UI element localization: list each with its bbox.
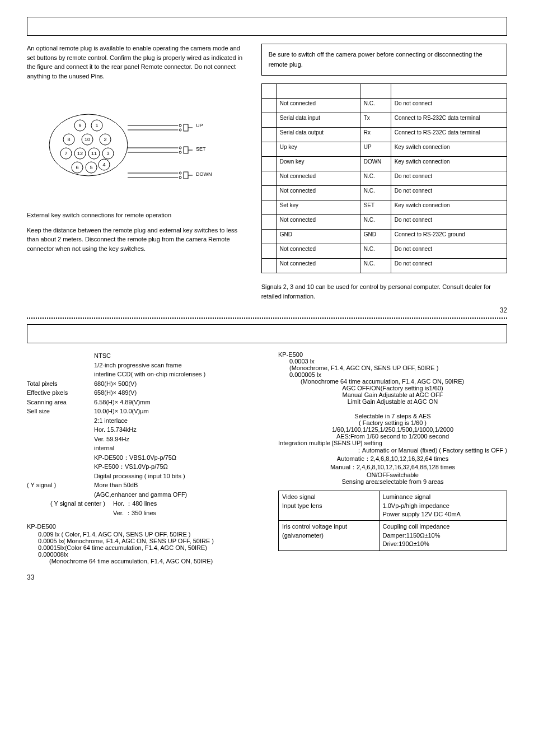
spec-sync: internal [94,444,267,453]
switch-down-text: DOWN [196,171,212,177]
svg-text:12: 12 [77,151,83,156]
pin-cell-no [261,171,276,186]
spec-hor: Hor. 15.734kHz [94,425,267,435]
spec-r2: 0.000005 lx [278,371,507,378]
pin-cell-func: Not connected [276,186,360,200]
spec-sa-l: Scanning area [27,398,94,407]
spec-res-v: Ver. ：350 lines [105,508,267,518]
pin-cell-rem: Do not connect [391,244,507,259]
svg-point-32 [179,129,181,131]
pin-cell-func: Not connected [276,259,360,273]
pin-cell-func: Set key [276,200,360,215]
spec-r1b: (Monochrome, F1.4, AGC ON, SENS UP OFF, … [278,365,507,371]
pin-cell-rem: Key switch connection [391,200,507,215]
lens-r2c1b: (galvanometer) [282,531,376,540]
svg-text:7: 7 [64,151,67,156]
pin-cell-no [261,157,276,171]
spec-res-l: ( Y signal at center ) [27,499,105,508]
switch-set-text: SET [196,146,206,152]
spec-su1: ：Automatic or Manual (fixed) ( Factory s… [278,446,507,455]
pin-cell-rem: Connect to RS-232C data terminal [391,128,507,142]
spec-kpe: KP-E500 [278,351,507,358]
spec-tp-v: 680(H)× 500(V) [94,379,267,389]
pin-cell-sym: N.C. [360,215,391,230]
pin-cell-rem: Key switch connection [391,142,507,157]
spec-blc2: Sensing area:selectable from 9 areas [278,478,507,485]
pin-cell-no [261,99,276,113]
pin-cell-rem: Connect to RS-232C ground [391,230,507,244]
pin-cell-no [261,186,276,200]
pin-row: GNDGNDConnect to RS-232C ground [261,230,507,244]
pin-cell-rem: Do not connect [391,215,507,230]
svg-text:3: 3 [106,151,109,156]
ext-key-para: Keep the distance between the remote plu… [27,226,248,254]
pin-row: Serial data inputTxConnect to RS-232C da… [261,113,507,128]
lens-r2c2b: Damper:1150Ω±10% [383,531,503,540]
pin-cell-func: Serial data output [276,128,360,142]
spec-ep-l: Effective pixels [27,388,94,398]
ext-key-title: External key switch connections for remo… [27,211,248,220]
pin-table: Not connectedN.C.Do not connectSerial da… [261,83,507,273]
lens-r1c2a: Luminance signal [383,493,503,501]
pin-cell-rem: Do not connect [391,99,507,113]
svg-text:2: 2 [104,137,106,142]
pin-row: Not connectedN.C.Do not connect [261,171,507,186]
pin-row: Up keyUPKey switch connection [261,142,507,157]
spec-sh4: AES:From 1/60 second to 1/2000 second [278,433,507,440]
spec-sh3: 1/60,1/100,1/125,1/250,1/500,1/1000,1/20… [278,426,507,433]
pin-cell-sym: GND [360,230,391,244]
pin-cell-sym: N.C. [360,244,391,259]
power-off-notice: Be sure to switch off the camera power b… [261,44,507,76]
svg-rect-41 [184,172,188,179]
pin-row: Serial data outputRxConnect to RS-232C d… [261,128,507,142]
svg-text:5: 5 [90,165,92,170]
pin-cell-no [261,215,276,230]
pin-row: Not connectedN.C.Do not connect [261,215,507,230]
svg-text:1: 1 [95,123,98,128]
pin-cell-no [261,230,276,244]
pin-cell-no [261,113,276,128]
signals-note: Signals 2, 3 and 10 can be used for cont… [261,282,507,301]
lens-r1c2b: 1.0Vp-p/high impedance [383,502,503,510]
pin-row: Not connectedN.C.Do not connect [261,186,507,200]
pin-cell-rem: Do not connect [391,259,507,273]
pin-cell-func: Up key [276,142,360,157]
pin-cell-func: Serial data input [276,113,360,128]
lens-r2c1a: Iris control voltage input [282,522,376,531]
page-divider [27,318,507,319]
lens-r1c1a: Video signal [282,493,376,501]
spec-ntsc: NTSC [94,351,267,361]
spec-out1: KP-DE500：VBS1.0Vp-p/75Ω [94,453,267,463]
section-title-box-top [27,17,507,36]
switch-up-text: UP [196,123,203,128]
pin-row: Set keySETKey switch connection [261,200,507,215]
svg-point-35 [179,147,181,149]
spec-sh2: ( Factory setting is 1/60 ) [278,419,507,426]
svg-text:8: 8 [67,137,70,142]
svg-point-40 [179,176,181,179]
pin-cell-func: Not connected [276,171,360,186]
spec-su3: Manual：2,4,6,8,10,12,16,32,64,88,128 tim… [278,463,507,472]
pin-row: Not connectedN.C.Do not connect [261,259,507,273]
pin-th-sym [360,84,391,99]
pin-cell-no [261,128,276,142]
section-title-box-bottom [27,324,507,343]
pin-cell-no [261,142,276,157]
pin-cell-rem: Do not connect [391,171,507,186]
spec-min5: (Monochrome 64 time accumulation, F1.4, … [27,558,267,564]
spec-r1: 0.0003 lx [278,358,507,365]
spec-res-h: Hor. ：480 lines [105,499,267,508]
spec-sn-v: More than 50dB [72,480,267,490]
spec-agc2: Manual Gain Adjustable at AGC OFF [278,391,507,398]
spec-min-head: KP-DE500 [27,523,267,530]
spec-dig: Digital processing ( input 10 bits ) [94,472,267,481]
svg-text:10: 10 [85,137,90,142]
pin-cell-sym: Tx [360,113,391,128]
pin-cell-sym: UP [360,142,391,157]
spec-ccd1: 1/2-inch progressive scan frame [94,361,267,370]
spec-tp-l: Total pixels [27,379,94,389]
spec-ep-v: 658(H)× 489(V) [94,388,267,398]
spec-blc1: ON/OFFswitchable [278,472,507,478]
pin-cell-func: GND [276,230,360,244]
pin-th-rem [391,84,507,99]
